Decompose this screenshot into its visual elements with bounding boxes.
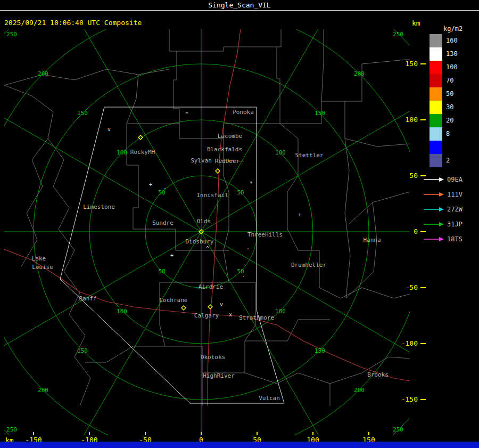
y-tick-mark: [420, 63, 426, 64]
colorbar-value: 100: [446, 63, 458, 71]
colorbar-swatch: [430, 114, 442, 127]
scan-timestamp: 2025/09/21 10:06:40 UTC Composite: [4, 19, 142, 27]
y-tick-label: 100: [394, 116, 418, 124]
range-ring-label: 250: [6, 426, 17, 433]
station-legend-row: 18TS: [423, 235, 463, 243]
city-label-sundre: Sundre: [152, 219, 174, 226]
window-title: Single_Scan_VIL: [208, 1, 270, 9]
station-arrow-icon: [423, 206, 444, 213]
colorbar-swatch: [430, 47, 442, 61]
obs-marker: v: [220, 302, 223, 307]
city-label-hanna: Hanna: [363, 237, 381, 243]
radar-site-icon: [208, 305, 212, 309]
city-labels: PonokaLacombeBlackfaldsSylvanRedDeerStet…: [32, 109, 389, 402]
range-ring-label: 250: [6, 31, 17, 38]
range-ring-label: 250: [393, 31, 403, 38]
y-tick-label: 150: [394, 60, 418, 68]
station-arrow-icon: [423, 176, 444, 183]
city-label-threehills: ThreeHills: [247, 231, 283, 238]
city-label-rockymh: RockyMH: [130, 149, 155, 156]
range-ring-label: 200: [38, 387, 48, 394]
window-titlebar: Single_Scan_VIL: [0, 0, 479, 11]
radar-map-display[interactable]: 5050505010010010010015015015015020020020…: [4, 29, 410, 435]
city-label-highriver: HighRiver: [203, 372, 235, 379]
obs-marker: +: [298, 212, 301, 218]
colorbar-value: 70: [446, 77, 453, 84]
range-ring-label: 150: [77, 347, 88, 354]
y-tick-mark: [420, 287, 426, 288]
range-ring-label: 150: [315, 110, 325, 117]
colorbar-swatch: [430, 74, 442, 87]
colorbar-value: 50: [446, 90, 453, 97]
obs-marker: *: [250, 181, 253, 186]
city-label-didsbury: Didsbury: [186, 238, 214, 245]
city-label-cochrane: Cochrane: [160, 297, 188, 304]
city-label-reddeer: RedDeer: [215, 158, 240, 165]
range-ring-label: 100: [117, 308, 127, 315]
station-id: 18TS: [447, 235, 463, 243]
colorbar-value: 30: [446, 103, 453, 111]
colorbar-swatch: [430, 87, 442, 101]
station-id: 09EA: [447, 176, 463, 183]
city-label-banff: Banff: [79, 295, 96, 302]
city-label-blackfalds: Blackfalds: [207, 146, 242, 153]
range-ring-label: 100: [275, 308, 286, 315]
y-tick-label: 0: [394, 227, 418, 235]
range-ring-label: 250: [393, 426, 403, 433]
x-tick-mark: [89, 432, 90, 435]
station-legend-row: 27ZW: [423, 206, 463, 213]
colorbar-swatch: [430, 34, 442, 47]
colorbar-value: 130: [446, 50, 458, 58]
y-tick-label: 50: [394, 172, 418, 180]
city-label-drumheller: Drumheller: [291, 262, 327, 268]
range-ring-label: 200: [354, 70, 365, 77]
radar-site-icon: [181, 306, 186, 310]
colorbar-value: 8: [446, 130, 450, 137]
range-ring-label: 150: [315, 347, 325, 354]
y-axis-unit-label: km: [412, 19, 420, 27]
x-tick-mark: [33, 432, 34, 435]
station-id: 31JP: [447, 221, 463, 228]
y-tick-mark: [420, 399, 426, 400]
city-label-vulcan: Vulcan: [259, 395, 280, 402]
range-ring-label: 200: [354, 387, 365, 394]
colorbar-swatch: [430, 101, 442, 114]
y-tick-label: -100: [394, 339, 418, 347]
x-tick-mark: [257, 432, 258, 435]
colorbar-value: 20: [446, 117, 453, 124]
x-tick-mark: [145, 432, 146, 435]
y-tick-label: -150: [394, 395, 418, 403]
obs-marker: .: [242, 272, 245, 278]
range-ring-label: 100: [275, 149, 286, 156]
range-ring-label: 150: [77, 110, 88, 117]
x-tick-mark: [368, 432, 369, 435]
station-arrow-icon: [423, 236, 444, 242]
y-tick-mark: [420, 119, 426, 120]
station-legend-row: 111V: [423, 191, 463, 198]
obs-marker: v: [108, 126, 111, 132]
x-tick-mark: [201, 432, 202, 435]
city-label-stettler: Stettler: [295, 152, 324, 159]
station-id: 27ZW: [447, 206, 463, 213]
station-legend-row: 31JP: [423, 221, 463, 228]
city-label-louise: Louise: [32, 264, 53, 271]
city-label-olds: Olds: [197, 218, 211, 225]
city-label-calgary: Calgary: [194, 312, 219, 319]
obs-marker: ^: [185, 111, 188, 117]
obs-marker: .: [246, 245, 250, 250]
colorbar-swatch: [430, 154, 442, 167]
colorbar-unit-label: kg/m2: [443, 25, 463, 32]
city-label-brooks: Brooks: [367, 371, 389, 378]
colorbar-value: 2: [446, 157, 450, 164]
obs-marker: ^: [206, 246, 209, 251]
city-label-strathmore: Strathmore: [239, 314, 274, 321]
city-label-limestone: Limestone: [83, 203, 115, 210]
station-legend-row: 09EA: [423, 176, 463, 183]
city-label-lake: Lake: [32, 255, 46, 262]
colorbar-swatch: [430, 141, 442, 154]
colorbar-value: 160: [446, 37, 458, 44]
station-arrow-icon: [423, 191, 444, 198]
station-id: 111V: [447, 191, 463, 198]
colorbar-swatch: [430, 127, 442, 141]
obs-marker: .: [163, 184, 167, 190]
